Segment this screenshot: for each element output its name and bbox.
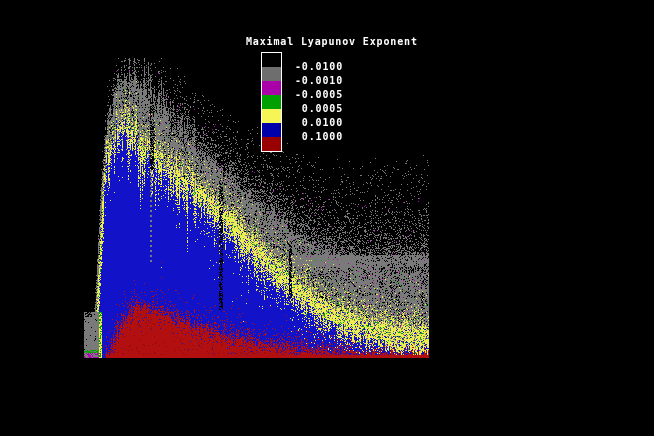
legend-swatch-0 <box>262 53 281 67</box>
legend-colorbar <box>261 52 282 152</box>
legend-label-0: -0.0100 <box>295 61 343 73</box>
chart-background: Maximal Lyapunov Exponent -0.0100-0.0010… <box>0 0 654 436</box>
legend-swatch-1 <box>262 67 281 81</box>
legend-label-3: 0.0005 <box>295 103 343 115</box>
legend-swatch-6 <box>262 137 281 151</box>
legend-label-2: -0.0005 <box>295 89 343 101</box>
legend-swatch-2 <box>262 81 281 95</box>
legend-label-1: -0.0010 <box>295 75 343 87</box>
legend-swatch-5 <box>262 123 281 137</box>
legend-label-4: 0.0100 <box>295 117 343 129</box>
legend-swatch-4 <box>262 109 281 123</box>
legend-swatch-3 <box>262 95 281 109</box>
chart-title: Maximal Lyapunov Exponent <box>246 36 418 47</box>
legend-label-5: 0.1000 <box>295 131 343 143</box>
